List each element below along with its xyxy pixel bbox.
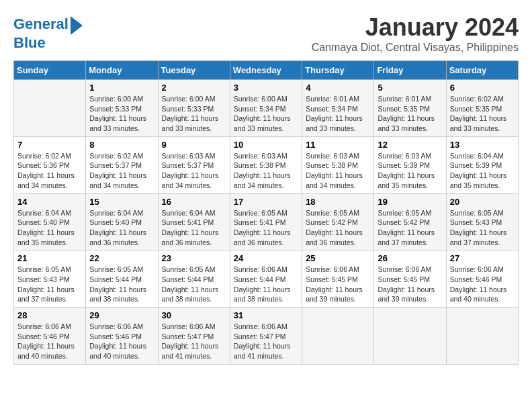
day-number: 3 <box>234 83 298 93</box>
header-tuesday: Tuesday <box>158 61 230 80</box>
day-number: 22 <box>89 253 154 263</box>
header-friday: Friday <box>374 61 446 80</box>
header-sunday: Sunday <box>14 61 86 80</box>
day-number: 5 <box>378 83 442 93</box>
day-info: Sunrise: 6:02 AMSunset: 5:37 PMDaylight:… <box>89 151 154 191</box>
day-info: Sunrise: 6:06 AMSunset: 5:45 PMDaylight:… <box>378 265 442 304</box>
calendar-cell: 12Sunrise: 6:03 AMSunset: 5:39 PMDayligh… <box>374 136 446 193</box>
calendar-cell: 16Sunrise: 6:04 AMSunset: 5:41 PMDayligh… <box>158 193 230 250</box>
day-number: 16 <box>162 197 226 207</box>
day-number: 11 <box>306 140 370 150</box>
day-number: 27 <box>450 253 515 263</box>
day-number: 24 <box>234 253 298 263</box>
calendar-cell: 4Sunrise: 6:01 AMSunset: 5:34 PMDaylight… <box>302 80 374 137</box>
calendar-cell: 10Sunrise: 6:03 AMSunset: 5:38 PMDayligh… <box>230 136 302 193</box>
day-number: 15 <box>89 197 154 207</box>
calendar-cell: 21Sunrise: 6:05 AMSunset: 5:43 PMDayligh… <box>14 250 86 308</box>
calendar-cell: 13Sunrise: 6:04 AMSunset: 5:39 PMDayligh… <box>446 136 518 193</box>
day-number: 1 <box>89 83 154 93</box>
day-number: 29 <box>89 310 154 320</box>
logo-arrow-icon <box>71 16 83 35</box>
day-number: 23 <box>162 253 226 263</box>
calendar-cell: 31Sunrise: 6:06 AMSunset: 5:47 PMDayligh… <box>230 308 302 365</box>
day-number: 2 <box>162 83 226 93</box>
day-info: Sunrise: 6:04 AMSunset: 5:39 PMDaylight:… <box>450 151 515 191</box>
day-number: 30 <box>162 310 226 320</box>
day-number: 19 <box>378 197 442 207</box>
calendar-cell: 27Sunrise: 6:06 AMSunset: 5:46 PMDayligh… <box>446 250 518 308</box>
day-number: 13 <box>450 140 515 150</box>
calendar-cell: 6Sunrise: 6:02 AMSunset: 5:35 PMDaylight… <box>446 80 518 137</box>
day-info: Sunrise: 6:03 AMSunset: 5:38 PMDaylight:… <box>234 151 298 191</box>
month-title: January 2024 <box>312 13 519 42</box>
calendar-cell: 5Sunrise: 6:01 AMSunset: 5:35 PMDaylight… <box>374 80 446 137</box>
day-info: Sunrise: 6:04 AMSunset: 5:41 PMDaylight:… <box>162 208 226 248</box>
day-number: 26 <box>378 253 442 263</box>
calendar-week-row: 1Sunrise: 6:00 AMSunset: 5:33 PMDaylight… <box>14 80 519 137</box>
day-number: 4 <box>306 83 370 93</box>
header-wednesday: Wednesday <box>230 61 302 80</box>
calendar-cell: 8Sunrise: 6:02 AMSunset: 5:37 PMDaylight… <box>86 136 158 193</box>
day-info: Sunrise: 6:06 AMSunset: 5:45 PMDaylight:… <box>306 265 370 304</box>
day-info: Sunrise: 6:06 AMSunset: 5:47 PMDaylight:… <box>162 322 226 361</box>
day-number: 25 <box>306 253 370 263</box>
day-number: 28 <box>17 310 82 320</box>
calendar-header-row: SundayMondayTuesdayWednesdayThursdayFrid… <box>14 61 519 80</box>
calendar-cell: 23Sunrise: 6:05 AMSunset: 5:44 PMDayligh… <box>158 250 230 308</box>
day-number: 21 <box>17 253 82 263</box>
day-number: 10 <box>234 140 298 150</box>
day-info: Sunrise: 6:04 AMSunset: 5:40 PMDaylight:… <box>89 208 154 248</box>
day-info: Sunrise: 6:03 AMSunset: 5:37 PMDaylight:… <box>162 151 226 191</box>
calendar-cell: 19Sunrise: 6:05 AMSunset: 5:42 PMDayligh… <box>374 193 446 250</box>
calendar-cell <box>14 80 86 137</box>
day-info: Sunrise: 6:06 AMSunset: 5:47 PMDaylight:… <box>234 322 298 361</box>
day-info: Sunrise: 6:04 AMSunset: 5:40 PMDaylight:… <box>17 208 82 248</box>
day-number: 12 <box>378 140 442 150</box>
day-number: 14 <box>17 197 82 207</box>
day-number: 6 <box>450 83 515 93</box>
header-saturday: Saturday <box>446 61 518 80</box>
day-info: Sunrise: 6:03 AMSunset: 5:39 PMDaylight:… <box>378 151 442 191</box>
day-info: Sunrise: 6:06 AMSunset: 5:46 PMDaylight:… <box>89 322 154 361</box>
calendar-cell: 30Sunrise: 6:06 AMSunset: 5:47 PMDayligh… <box>158 308 230 365</box>
calendar-cell: 3Sunrise: 6:00 AMSunset: 5:34 PMDaylight… <box>230 80 302 137</box>
page-header: General Blue January 2024 Canmaya Diot, … <box>13 13 519 54</box>
title-section: January 2024 Canmaya Diot, Central Visay… <box>312 13 519 54</box>
day-info: Sunrise: 6:05 AMSunset: 5:42 PMDaylight:… <box>378 208 442 248</box>
day-info: Sunrise: 6:06 AMSunset: 5:44 PMDaylight:… <box>234 265 298 304</box>
calendar-cell: 24Sunrise: 6:06 AMSunset: 5:44 PMDayligh… <box>230 250 302 308</box>
calendar-cell: 25Sunrise: 6:06 AMSunset: 5:45 PMDayligh… <box>302 250 374 308</box>
calendar-table: SundayMondayTuesdayWednesdayThursdayFrid… <box>13 60 519 365</box>
day-info: Sunrise: 6:05 AMSunset: 5:43 PMDaylight:… <box>450 208 515 248</box>
calendar-cell: 26Sunrise: 6:06 AMSunset: 5:45 PMDayligh… <box>374 250 446 308</box>
calendar-cell: 28Sunrise: 6:06 AMSunset: 5:46 PMDayligh… <box>14 308 86 365</box>
day-number: 20 <box>450 197 515 207</box>
day-number: 18 <box>306 197 370 207</box>
day-number: 31 <box>234 310 298 320</box>
logo: General Blue <box>13 13 83 51</box>
calendar-cell: 9Sunrise: 6:03 AMSunset: 5:37 PMDaylight… <box>158 136 230 193</box>
calendar-cell <box>302 308 374 365</box>
calendar-cell: 18Sunrise: 6:05 AMSunset: 5:42 PMDayligh… <box>302 193 374 250</box>
header-thursday: Thursday <box>302 61 374 80</box>
day-number: 9 <box>162 140 226 150</box>
calendar-cell: 1Sunrise: 6:00 AMSunset: 5:33 PMDaylight… <box>86 80 158 137</box>
day-info: Sunrise: 6:00 AMSunset: 5:33 PMDaylight:… <box>162 94 226 134</box>
day-info: Sunrise: 6:05 AMSunset: 5:42 PMDaylight:… <box>306 208 370 248</box>
calendar-cell: 15Sunrise: 6:04 AMSunset: 5:40 PMDayligh… <box>86 193 158 250</box>
day-info: Sunrise: 6:00 AMSunset: 5:33 PMDaylight:… <box>89 94 154 134</box>
calendar-cell: 29Sunrise: 6:06 AMSunset: 5:46 PMDayligh… <box>86 308 158 365</box>
day-info: Sunrise: 6:00 AMSunset: 5:34 PMDaylight:… <box>234 94 298 134</box>
calendar-cell: 22Sunrise: 6:05 AMSunset: 5:44 PMDayligh… <box>86 250 158 308</box>
day-info: Sunrise: 6:05 AMSunset: 5:43 PMDaylight:… <box>17 265 82 304</box>
day-info: Sunrise: 6:05 AMSunset: 5:41 PMDaylight:… <box>234 208 298 248</box>
day-info: Sunrise: 6:01 AMSunset: 5:35 PMDaylight:… <box>378 94 442 134</box>
day-info: Sunrise: 6:05 AMSunset: 5:44 PMDaylight:… <box>162 265 226 304</box>
calendar-week-row: 14Sunrise: 6:04 AMSunset: 5:40 PMDayligh… <box>14 193 519 250</box>
header-monday: Monday <box>86 61 158 80</box>
day-number: 7 <box>17 140 82 150</box>
calendar-week-row: 7Sunrise: 6:02 AMSunset: 5:36 PMDaylight… <box>14 136 519 193</box>
day-number: 17 <box>234 197 298 207</box>
day-number: 8 <box>89 140 154 150</box>
day-info: Sunrise: 6:06 AMSunset: 5:46 PMDaylight:… <box>17 322 82 361</box>
